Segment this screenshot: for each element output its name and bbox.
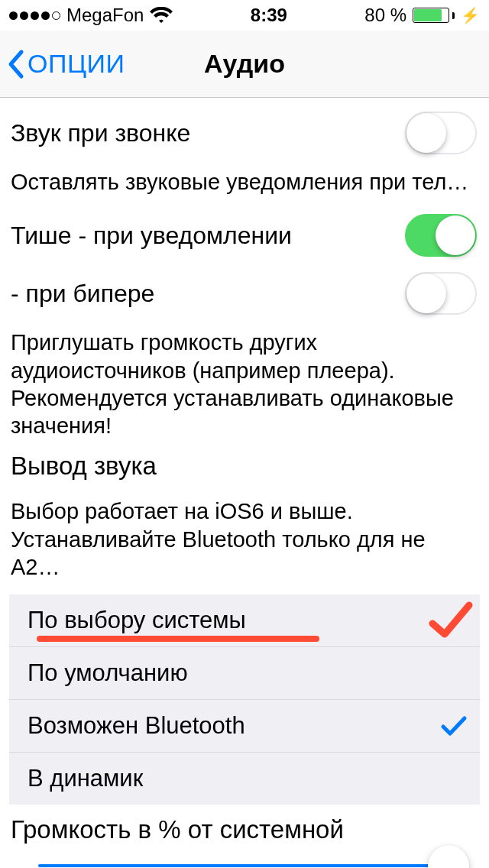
- status-time: 8:39: [251, 5, 287, 26]
- option-label: В динамик: [28, 765, 468, 792]
- row-sound-on-call[interactable]: Звук при звонке: [0, 101, 489, 165]
- volume-slider[interactable]: [0, 850, 489, 867]
- output-option-default[interactable]: По умолчанию: [9, 647, 480, 700]
- switch-sound-on-call[interactable]: [405, 112, 477, 154]
- row-label: - при бипере: [11, 280, 405, 308]
- row-label: Звук при звонке: [11, 119, 405, 147]
- switch-quieter-notify[interactable]: [405, 214, 477, 257]
- battery-icon: [413, 8, 455, 23]
- row-quieter-beep[interactable]: - при бипере: [0, 267, 489, 326]
- row-footer-sound-on-call: Оставлять звуковые уведомления при теле…: [0, 165, 489, 203]
- option-label: По выбору системы: [28, 607, 468, 634]
- cellular-signal-icon: [9, 11, 60, 20]
- charging-icon: ⚡: [461, 6, 480, 24]
- switch-quieter-beep[interactable]: [405, 272, 477, 315]
- wifi-icon: [150, 7, 173, 24]
- option-label: Возможен Bluetooth: [28, 712, 440, 740]
- status-bar: MegaFon 8:39 80 % ⚡: [0, 0, 489, 31]
- output-option-list: По выбору системы По умолчанию Возможен …: [9, 594, 480, 805]
- status-right: 80 % ⚡: [364, 5, 480, 26]
- carrier-label: MegaFon: [66, 5, 144, 26]
- annotation-check-icon: [428, 601, 474, 640]
- chevron-left-icon: [6, 49, 24, 79]
- status-left: MegaFon: [9, 5, 173, 26]
- battery-percent: 80 %: [364, 5, 406, 26]
- section-note-output: Выбор работает на iOS6 и выше. Устанавли…: [0, 487, 489, 588]
- annotation-underline: [37, 636, 319, 642]
- back-label: ОПЦИИ: [28, 49, 125, 79]
- output-option-bluetooth[interactable]: Возможен Bluetooth: [9, 700, 480, 753]
- back-button[interactable]: ОПЦИИ: [0, 49, 125, 79]
- section-heading-output: Вывод звука: [0, 447, 489, 487]
- checkmark-icon: [440, 714, 468, 737]
- option-label: По умолчанию: [28, 659, 468, 687]
- nav-bar: ОПЦИИ Аудио: [0, 31, 489, 98]
- slider-track: [38, 864, 466, 867]
- row-label: Тише - при уведомлении: [11, 222, 405, 250]
- section-heading-volume: Громкость в % от системной: [0, 805, 489, 850]
- output-option-speaker[interactable]: В динамик: [9, 753, 480, 805]
- row-footer-quieter: Приглушать громкость других аудиоисточни…: [0, 326, 489, 447]
- content: Звук при звонке Оставлять звуковые уведо…: [0, 98, 489, 867]
- output-option-system[interactable]: По выбору системы: [9, 594, 480, 647]
- row-quieter-notify[interactable]: Тише - при уведомлении: [0, 203, 489, 267]
